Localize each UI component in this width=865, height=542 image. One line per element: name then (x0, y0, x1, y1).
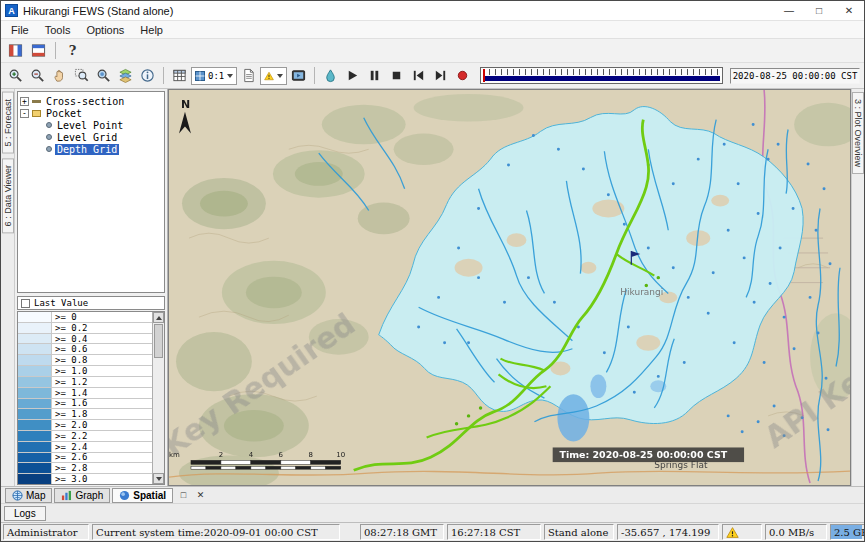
tree-expander-icon[interactable]: - (20, 109, 29, 118)
tree-item-level-point[interactable]: Level Point (34, 119, 162, 131)
logs-button[interactable]: Logs (4, 506, 46, 521)
legend-label: >= 0.2 (52, 323, 88, 333)
scroll-thumb[interactable] (154, 324, 163, 358)
legend-row[interactable]: >= 2.2 (18, 431, 152, 442)
skip-end-button[interactable] (430, 65, 451, 86)
display-manager-button[interactable] (28, 40, 49, 61)
zoom-extent-button[interactable] (93, 65, 114, 86)
chevron-down-icon (227, 74, 233, 78)
legend-row[interactable]: >= 2.0 (18, 420, 152, 431)
tree-item-pocket[interactable]: -Pocket (20, 107, 162, 119)
play-icon (345, 68, 360, 83)
legend-swatch (18, 399, 52, 409)
app-icon: A (5, 4, 18, 17)
zoom-in-button[interactable] (5, 65, 26, 86)
menu-options[interactable]: Options (78, 21, 132, 38)
graph-icon (61, 490, 72, 501)
time-slider[interactable] (480, 67, 723, 84)
toolbar-separator (163, 67, 164, 84)
menu-help[interactable]: Help (132, 21, 171, 38)
menu-tools[interactable]: Tools (37, 21, 79, 38)
svg-text:4: 4 (249, 451, 254, 459)
pan-button[interactable] (49, 65, 70, 86)
animation-display-button[interactable] (288, 65, 309, 86)
legend-row[interactable]: >= 1.4 (18, 388, 152, 399)
dot-icon (46, 134, 52, 140)
zoom-rectangle-button[interactable] (71, 65, 92, 86)
scroll-down-icon[interactable] (153, 473, 164, 484)
title-bar[interactable]: A Hikurangi FEWS (Stand alone) — □ ✕ (1, 1, 864, 21)
panel-maximize-button[interactable]: □ (177, 489, 190, 502)
report-button[interactable] (238, 65, 259, 86)
legend-label: >= 0.4 (52, 334, 88, 344)
tab-spatial[interactable]: Spatial (112, 488, 173, 503)
legend-row[interactable]: >= 3.0 (18, 474, 152, 484)
legend-row[interactable]: >= 0.8 (18, 355, 152, 366)
pause-button[interactable] (364, 65, 385, 86)
menu-file[interactable]: File (3, 21, 37, 38)
legend-swatch (18, 377, 52, 387)
time-slider-cursor[interactable] (483, 69, 485, 82)
legend-row[interactable]: >= 1.6 (18, 399, 152, 410)
legend-label: >= 1.4 (52, 388, 88, 398)
tab-forecast[interactable]: 5 : Forecast (2, 92, 14, 154)
legend-header: Last Value (17, 296, 165, 310)
help-button[interactable]: ? (62, 40, 83, 61)
tree-item-depth-grid[interactable]: Depth Grid (34, 143, 162, 155)
thresholds-select[interactable] (260, 67, 287, 85)
tab-plot-overview[interactable]: 3 : Plot Overview (852, 92, 864, 174)
current-datetime-field[interactable]: 2020-08-25 00:00:00 CST (730, 68, 860, 84)
panel-close-button[interactable]: ✕ (194, 489, 207, 502)
info-button[interactable] (137, 65, 158, 86)
legend-row[interactable]: >= 2.8 (18, 463, 152, 474)
tab-map[interactable]: Map (5, 488, 52, 503)
legend-row[interactable]: >= 0.2 (18, 323, 152, 334)
refresh-button[interactable] (320, 65, 341, 86)
legend-row[interactable]: >= 2.6 (18, 453, 152, 464)
legend-scrollbar[interactable] (152, 312, 164, 484)
layers-button[interactable] (115, 65, 136, 86)
legend-swatch (18, 355, 52, 365)
status-text: 08:27:18 GMT (364, 527, 437, 538)
close-button[interactable]: ✕ (834, 1, 864, 20)
legend-row[interactable]: >= 0 (18, 312, 152, 323)
tree-item-level-grid[interactable]: Level Grid (34, 131, 162, 143)
pan-hand-icon (52, 68, 67, 83)
tab-label: Graph (75, 490, 103, 501)
legend-row[interactable]: >= 1.2 (18, 377, 152, 388)
toolbar-separator (55, 42, 56, 59)
stop-button[interactable] (386, 65, 407, 86)
legend-row[interactable]: >= 1.8 (18, 409, 152, 420)
timestep-select[interactable]: 0:1 (191, 67, 237, 85)
last-value-checkbox[interactable] (21, 299, 30, 308)
legend-row[interactable]: >= 0.4 (18, 334, 152, 345)
stop-icon (389, 68, 404, 83)
grid-display-button[interactable] (169, 65, 190, 86)
legend-row[interactable]: >= 0.6 (18, 344, 152, 355)
legend-panel: >= 0>= 0.2>= 0.4>= 0.6>= 0.8>= 1.0>= 1.2… (17, 311, 165, 485)
legend-row[interactable]: >= 1.0 (18, 366, 152, 377)
info-icon (140, 68, 155, 83)
legend-row[interactable]: >= 2.4 (18, 442, 152, 453)
skip-start-button[interactable] (408, 65, 429, 86)
legend-swatch (18, 409, 52, 419)
zoom-out-button[interactable] (27, 65, 48, 86)
map-time-label: Time: 2020-08-25 00:00:00 CST (552, 447, 744, 462)
play-button[interactable] (342, 65, 363, 86)
tree-item-cross-section[interactable]: +Cross-section (20, 95, 162, 107)
maximize-button[interactable]: □ (804, 1, 834, 20)
scroll-up-icon[interactable] (153, 312, 164, 323)
file-manager-button[interactable] (5, 40, 26, 61)
tab-data-viewer[interactable]: 6 : Data Viewer (2, 158, 14, 233)
map-canvas[interactable]: API Key Required API Key Required N Hiku… (169, 90, 850, 485)
record-button[interactable] (452, 65, 473, 86)
tree-expander-icon[interactable]: + (20, 97, 29, 106)
status-alerts[interactable] (722, 524, 762, 540)
spatial-sidebar: +Cross-section-PocketLevel PointLevel Gr… (15, 89, 168, 486)
map-viewport[interactable]: API Key Required API Key Required N Hiku… (168, 89, 851, 486)
record-icon (455, 68, 470, 83)
window-title: Hikurangi FEWS (Stand alone) (23, 5, 173, 17)
minimize-button[interactable]: — (774, 1, 804, 20)
tree-label: Level Grid (55, 132, 119, 143)
tab-graph[interactable]: Graph (54, 488, 110, 503)
